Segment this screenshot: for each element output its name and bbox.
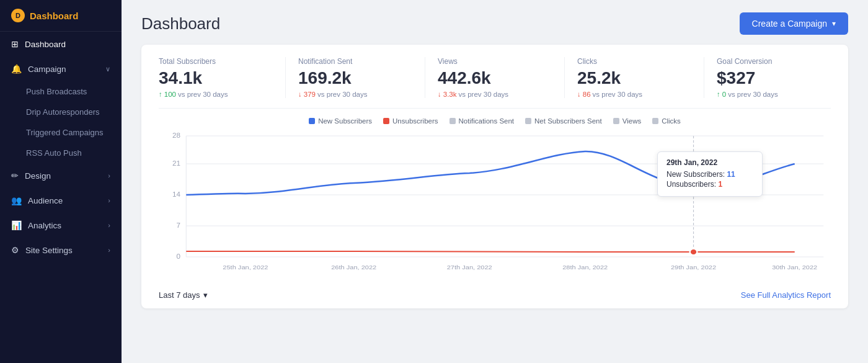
stat-value-0: 34.1k [159,68,273,88]
legend-label-views: Views [622,117,641,125]
stats-row: Total Subscribers 34.1k ↑ 100 vs prev 30… [159,57,831,109]
sidebar-item-site-settings[interactable]: ⚙ Site Settings › [0,238,122,262]
stat-value-4: $327 [717,68,831,88]
chart-tooltip: 29th Jan, 2022 New Subscribers: 11 Unsub… [657,151,763,197]
sidebar-item-analytics[interactable]: 📊 Analytics › [0,213,122,238]
legend-views: Views [613,117,641,125]
svg-text:0: 0 [176,253,180,260]
svg-text:26th Jan, 2022: 26th Jan, 2022 [331,264,376,271]
sidebar-item-analytics-label: Analytics [28,221,61,230]
sidebar-item-rss-auto-push[interactable]: RSS Auto Push [26,143,122,163]
legend-unsubscribers: Unsubscribers [383,117,438,125]
svg-text:29th Jan, 2022: 29th Jan, 2022 [671,264,716,271]
campaign-submenu: Push Broadcasts Drip Autoresponders Trig… [0,81,122,163]
legend-notifications-sent: Notifications Sent [450,117,515,125]
delta-suffix-4: vs prev 30 days [728,91,778,98]
create-chevron-icon: ▾ [832,19,836,28]
legend-new-subscribers: New Subscribers [309,117,372,125]
sidebar-item-push-broadcasts[interactable]: Push Broadcasts [26,81,122,102]
create-campaign-button[interactable]: Create a Campaign ▾ [740,12,848,35]
delta-arrow-up-0: ↑ [159,91,162,98]
dashboard-icon: ⊞ [11,39,19,49]
svg-text:30th Jan, 2022: 30th Jan, 2022 [772,264,817,271]
campaign-icon: 🔔 [11,64,22,74]
tooltip-unsubscribers-row: Unsubscribers: 1 [666,180,753,189]
legend-label-notifications-sent: Notifications Sent [459,117,515,125]
delta-arrow-up-4: ↑ [717,91,720,98]
tooltip-date: 29th Jan, 2022 [666,158,753,167]
sidebar-logo[interactable]: D Dashboard [0,0,122,32]
stat-label-2: Views [438,57,552,66]
legend-dot-notifications-sent [450,118,456,124]
delta-num-4: 0 [722,91,726,98]
sidebar-item-dashboard[interactable]: ⊞ Dashboard [0,32,122,56]
stat-notification-sent: Notification Sent 169.2k ↓ 379 vs prev 3… [298,57,425,98]
svg-text:7: 7 [176,222,180,229]
sidebar-item-audience-label: Audience [28,196,63,205]
sidebar-logo-label: Dashboard [30,11,78,21]
delta-num-3: 86 [583,91,591,98]
delta-arrow-down-1: ↓ [298,91,302,98]
page-header: Dashboard Create a Campaign ▾ [122,0,868,45]
chevron-right-icon-2: › [108,197,110,204]
delta-suffix-0: vs prev 30 days [178,91,228,98]
legend-dot-views [613,118,619,124]
svg-text:28th Jan, 2022: 28th Jan, 2022 [562,264,608,271]
delta-arrow-down-3: ↓ [577,91,581,98]
tooltip-new-subscribers-value: 11 [727,170,735,179]
tooltip-new-subscribers-row: New Subscribers: 11 [666,170,753,179]
chevron-right-icon-3: › [108,222,110,229]
stat-value-1: 169.2k [298,68,412,88]
stat-delta-2: ↓ 3.3k vs prev 30 days [438,91,552,98]
sidebar-item-drip-autoresponders[interactable]: Drip Autoresponders [26,102,122,122]
legend-dot-new-subscribers [309,118,315,124]
svg-text:21: 21 [172,160,180,167]
dashboard-card: Total Subscribers 34.1k ↑ 100 vs prev 30… [141,45,848,308]
tooltip-unsubscribers-value: 1 [718,180,722,189]
chart-footer: Last 7 days ▾ See Full Analytics Report [159,283,831,308]
delta-suffix-1: vs prev 30 days [317,91,368,98]
last-days-button[interactable]: Last 7 days ▾ [159,290,208,300]
legend-label-new-subscribers: New Subscribers [318,117,372,125]
design-icon: ✏ [11,171,19,181]
svg-text:14: 14 [172,191,180,198]
sidebar-item-campaign[interactable]: 🔔 Campaign ∨ [0,56,122,81]
legend-dot-unsubscribers [383,118,389,124]
unsubscribers-line [186,251,794,252]
sidebar-item-site-settings-label: Site Settings [25,246,73,255]
chevron-right-icon-4: › [108,246,110,254]
svg-text:27th Jan, 2022: 27th Jan, 2022 [447,264,492,271]
sidebar-item-campaign-label: Campaign [28,65,66,74]
legend-label-clicks: Clicks [662,117,681,125]
audience-icon: 👥 [11,195,22,205]
main-content: Dashboard Create a Campaign ▾ Total Subs… [122,0,868,363]
stat-value-3: 25.2k [577,68,691,88]
stat-views: Views 442.6k ↓ 3.3k vs prev 30 days [438,57,565,98]
page-title: Dashboard [141,14,220,34]
stat-label-0: Total Subscribers [159,57,273,66]
delta-arrow-down-2: ↓ [438,91,441,98]
stat-label-3: Clicks [577,57,691,66]
svg-text:28: 28 [172,132,180,139]
legend-dot-net-subscribers [525,118,531,124]
sidebar-item-design[interactable]: ✏ Design › [0,163,122,188]
see-full-analytics-link[interactable]: See Full Analytics Report [741,290,831,300]
legend-label-net-subscribers: Net Subscribers Sent [534,117,602,125]
chevron-right-icon: › [108,172,110,179]
tooltip-unsubscribers-label: Unsubscribers: [666,180,716,189]
tooltip-new-subscribers-label: New Subscribers: [666,170,725,179]
stat-value-2: 442.6k [438,68,552,88]
stat-clicks: Clicks 25.2k ↓ 86 vs prev 30 days [577,57,704,98]
stat-label-1: Notification Sent [298,57,412,66]
analytics-icon: 📊 [11,220,22,230]
chart-legend: New Subscribers Unsubscribers Notificati… [159,117,831,130]
sidebar-item-triggered-campaigns[interactable]: Triggered Campaigns [26,122,122,143]
stat-total-subscribers: Total Subscribers 34.1k ↑ 100 vs prev 30… [159,57,286,98]
legend-net-subscribers: Net Subscribers Sent [525,117,602,125]
delta-suffix-2: vs prev 30 days [459,91,509,98]
legend-dot-clicks [652,118,658,124]
last-days-chevron-icon: ▾ [203,290,208,300]
delta-num-2: 3.3k [443,91,457,98]
stat-delta-0: ↑ 100 vs prev 30 days [159,91,273,98]
sidebar-item-audience[interactable]: 👥 Audience › [0,188,122,213]
